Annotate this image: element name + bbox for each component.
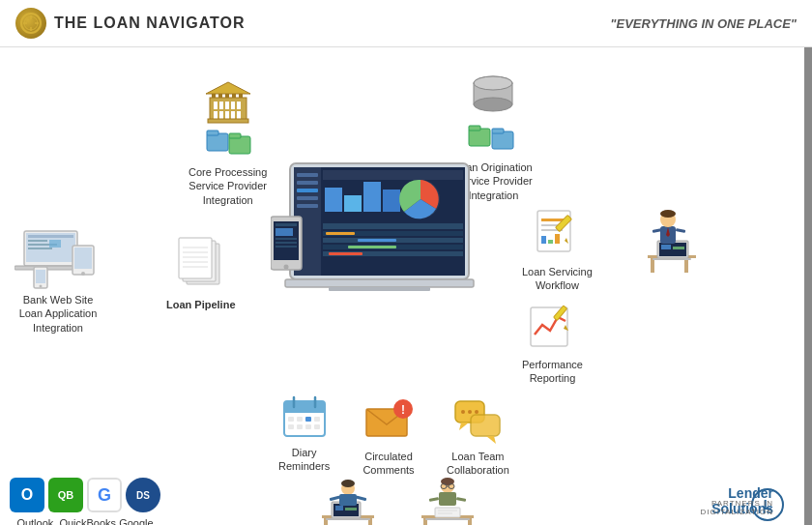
svg-rect-162	[429, 497, 439, 502]
svg-rect-125	[314, 417, 320, 422]
right-bar	[804, 47, 812, 525]
svg-rect-63	[297, 189, 318, 192]
person-desk1-icon	[314, 473, 382, 525]
google-icon: G	[87, 478, 122, 512]
svg-rect-112	[676, 228, 685, 233]
svg-rect-21	[239, 94, 243, 98]
svg-rect-23	[208, 119, 248, 123]
svg-rect-164	[435, 508, 460, 517]
svg-point-30	[474, 98, 512, 111]
logo-icon	[15, 8, 46, 39]
svg-point-31	[474, 76, 512, 90]
workflow-icon	[530, 207, 584, 261]
svg-rect-102	[684, 258, 688, 273]
performance-reporting-item: PerformanceReporting	[522, 304, 583, 386]
performance-reporting-label: PerformanceReporting	[522, 358, 583, 386]
svg-rect-69	[363, 182, 381, 212]
svg-rect-34	[492, 131, 513, 149]
loan-servicing-label: Loan ServicingWorkflow	[522, 265, 593, 293]
chart-icon	[525, 304, 579, 354]
calendar-icon	[280, 394, 329, 442]
app-title: THE LOAN NAVIGATOR	[54, 15, 246, 32]
svg-rect-81	[285, 279, 474, 287]
svg-rect-86	[276, 228, 293, 236]
svg-rect-67	[325, 188, 342, 212]
diary-reminders-label: DiaryReminders	[278, 446, 330, 474]
svg-text:!: !	[401, 403, 405, 417]
chat-icon	[451, 394, 504, 446]
svg-marker-134	[459, 423, 469, 430]
svg-rect-88	[276, 242, 297, 244]
svg-rect-16	[237, 111, 241, 119]
integration-icons-row: O QB G DS	[10, 478, 160, 512]
svg-rect-9	[225, 102, 229, 109]
person-desk1-item	[314, 473, 382, 525]
loan-pipeline-label: Loan Pipeline	[166, 298, 236, 311]
svg-rect-70	[383, 190, 400, 212]
svg-rect-122	[288, 417, 294, 422]
svg-rect-38	[28, 235, 73, 238]
svg-rect-152	[356, 496, 366, 502]
loan-origination-folders	[467, 124, 519, 157]
devices-icon	[14, 226, 102, 289]
core-processing-item: Core ProcessingService ProviderIntegrati…	[188, 76, 267, 207]
svg-rect-72	[323, 223, 463, 229]
loan-servicing-item: Loan ServicingWorkflow	[522, 207, 593, 293]
svg-point-138	[468, 410, 472, 414]
svg-rect-13	[219, 111, 223, 119]
lender-solutions-logo: L Lender Solutions PARTNERS IN DIGITALIZ…	[750, 487, 793, 525]
svg-rect-8	[219, 102, 223, 109]
bank-web-item: Bank Web SiteLoan ApplicationIntegration	[14, 226, 102, 335]
svg-rect-26	[229, 136, 250, 154]
svg-rect-39	[28, 240, 47, 242]
svg-rect-42	[49, 240, 61, 248]
svg-rect-95	[541, 236, 546, 244]
lender-sub: PARTNERS IN DIGITALIZATION	[701, 499, 773, 516]
svg-rect-167	[425, 518, 470, 520]
person-desk2-icon	[414, 473, 481, 525]
svg-rect-89	[276, 246, 297, 248]
svg-rect-146	[335, 506, 343, 510]
svg-rect-12	[214, 111, 218, 119]
svg-rect-87	[276, 238, 297, 240]
svg-rect-35	[492, 129, 504, 133]
svg-rect-126	[288, 424, 294, 429]
circulated-comments-item: ! CirculatedComments	[362, 394, 415, 478]
header: THE LOAN NAVIGATOR "EVERYTHING IN ONE PL…	[0, 0, 812, 47]
svg-rect-24	[207, 133, 228, 151]
svg-rect-128	[305, 424, 311, 429]
svg-rect-45	[74, 248, 92, 269]
svg-rect-7	[214, 102, 218, 109]
building-icon	[202, 76, 254, 129]
svg-rect-161	[439, 492, 456, 506]
integrations-label: Outlook, QuickBooks Googleand DocuSign I…	[16, 516, 153, 525]
svg-rect-27	[229, 133, 241, 138]
svg-rect-32	[469, 129, 490, 146]
svg-rect-15	[231, 111, 235, 119]
svg-rect-105	[652, 258, 691, 260]
svg-rect-119	[284, 409, 325, 413]
document-icon	[175, 236, 227, 294]
loan-team-item: Loan TeamCollaboration	[447, 394, 509, 478]
svg-rect-151	[330, 496, 340, 502]
svg-rect-150	[339, 494, 357, 506]
loan-pipeline-item: Loan Pipeline	[166, 236, 236, 311]
svg-rect-79	[348, 246, 396, 248]
svg-rect-52	[179, 238, 212, 278]
svg-point-139	[475, 410, 478, 414]
svg-rect-66	[323, 170, 463, 180]
svg-point-49	[40, 285, 43, 288]
svg-rect-145	[326, 518, 370, 520]
core-processing-folders	[202, 129, 254, 161]
svg-rect-11	[237, 102, 241, 109]
svg-rect-78	[358, 239, 396, 242]
svg-rect-48	[36, 270, 45, 283]
core-processing-label: Core ProcessingService ProviderIntegrati…	[188, 165, 267, 207]
svg-marker-22	[206, 82, 250, 94]
diary-reminders-item: DiaryReminders	[278, 394, 330, 474]
person-desk2-item	[414, 473, 481, 525]
svg-rect-96	[548, 240, 553, 244]
svg-rect-33	[469, 126, 480, 131]
quickbooks-icon: QB	[48, 478, 83, 512]
svg-rect-62	[297, 181, 318, 185]
